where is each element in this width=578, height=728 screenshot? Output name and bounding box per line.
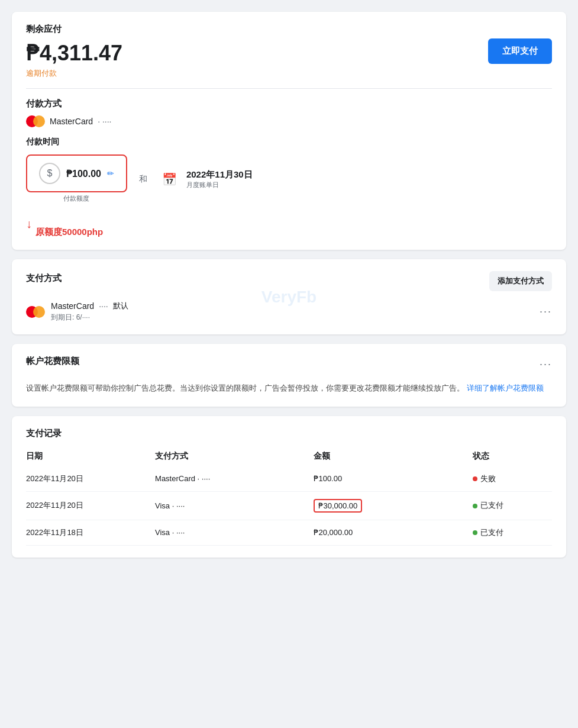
payment-methods-card: VeryFb 支付方式 添加支付方式 MasterCard ···· 默认 到期… [12, 259, 566, 334]
mastercard-icon [26, 115, 45, 127]
record-date: 2022年11月20日 [26, 466, 155, 492]
default-badge: 默认 [113, 301, 128, 311]
payment-time-label: 付款时间 [26, 137, 552, 147]
annotation-text: 原额度50000php [35, 227, 103, 238]
pay-now-button[interactable]: 立即支付 [488, 38, 552, 64]
mastercard-icon-2 [26, 306, 45, 318]
col-header-date: 日期 [26, 446, 155, 466]
payment-card-row: MasterCard ···· 默认 到期日: 6/···· ··· [26, 301, 552, 323]
record-date: 2022年11月18日 [26, 520, 155, 545]
annotation-row: ↓ 原额度50000php [26, 210, 552, 238]
remaining-due-title: 剩余应付 [26, 24, 122, 35]
payment-records-card: 支付记录 日期 支付方式 金额 状态 2022年11月20日MasterCard… [12, 416, 566, 558]
remaining-due-card: 剩余应付 ₱4,311.47 逾期付款 立即支付 付款方式 MasterCard… [12, 12, 566, 250]
spending-limit-card: 帐户花费限额 ··· 设置帐户花费限额可帮助你控制广告总花费。当达到你设置的限额… [12, 344, 566, 407]
card-masked-2: ···· [99, 301, 108, 311]
col-header-method: 支付方式 [155, 446, 314, 466]
card-name-2: MasterCard [51, 301, 94, 311]
calendar-icon: 📅 [159, 169, 180, 190]
more-options-button[interactable]: ··· [540, 305, 552, 318]
amount-sub-label: 付款额度 [63, 194, 89, 203]
table-row: 2022年11月18日Visa · ····₱20,000.00已支付 [26, 520, 552, 545]
payment-method-label: 付款方式 [26, 98, 552, 109]
arrow-icon: ↓ [26, 217, 32, 231]
payment-time-row: $ ₱100.00 ✏ 付款额度 和 📅 2022年11月30日 月度账单日 [26, 154, 552, 204]
payment-records-title: 支付记录 [26, 428, 552, 439]
table-row: 2022年11月20日Visa · ····₱30,000.00已支付 [26, 491, 552, 520]
payment-card-info: MasterCard ···· 默认 到期日: 6/···· [26, 301, 128, 323]
calendar-box: 📅 2022年11月30日 月度账单日 [159, 169, 253, 190]
spending-description: 设置帐户花费限额可帮助你控制广告总花费。当达到你设置的限额时，广告会暂停投放，你… [26, 382, 552, 395]
record-method: MasterCard · ···· [155, 466, 314, 492]
expiry-text: 到期日: 6/···· [51, 313, 128, 323]
records-table: 日期 支付方式 金额 状态 2022年11月20日MasterCard · ··… [26, 446, 552, 546]
record-method: Visa · ···· [155, 520, 314, 545]
record-status: 已支付 [473, 491, 552, 520]
payment-time-section: 付款时间 $ ₱100.00 ✏ 付款额度 和 📅 2022年11月30日 月度… [26, 137, 552, 238]
card-masked: · ···· [98, 117, 111, 126]
overdue-label: 逾期付款 [26, 68, 122, 79]
record-amount: ₱30,000.00 [314, 491, 472, 520]
add-payment-method-button[interactable]: 添加支付方式 [489, 271, 552, 291]
record-date: 2022年11月20日 [26, 491, 155, 520]
payment-amount-value: ₱100.00 [66, 168, 101, 179]
record-status: 已支付 [473, 520, 552, 545]
table-row: 2022年11月20日MasterCard · ····₱100.00失败 [26, 466, 552, 492]
record-amount: ₱20,000.00 [314, 520, 472, 545]
payment-methods-header: 支付方式 添加支付方式 [26, 271, 552, 291]
record-method: Visa · ···· [155, 491, 314, 520]
calendar-sub: 月度账单日 [186, 181, 253, 189]
payment-amount-box: $ ₱100.00 ✏ [26, 154, 127, 192]
learn-more-link[interactable]: 详细了解帐户花费限额 [467, 384, 544, 392]
card-name-label: MasterCard [50, 117, 93, 126]
payment-method-row: MasterCard · ···· [26, 115, 552, 127]
record-amount: ₱100.00 [314, 466, 472, 492]
spending-limit-header: 帐户花费限额 ··· [26, 356, 552, 373]
remaining-due-amount: ₱4,311.47 [26, 41, 122, 66]
col-header-amount: 金额 [314, 446, 472, 466]
col-header-status: 状态 [473, 446, 552, 466]
spending-limit-title: 帐户花费限额 [26, 356, 79, 367]
record-status: 失败 [473, 466, 552, 492]
spending-limit-more-button[interactable]: ··· [540, 358, 552, 371]
edit-icon[interactable]: ✏ [107, 169, 114, 178]
dollar-icon: $ [39, 163, 60, 184]
separator-text: 和 [139, 174, 147, 185]
payment-methods-title: 支付方式 [26, 273, 62, 284]
payment-card-details: MasterCard ···· 默认 到期日: 6/···· [51, 301, 128, 323]
calendar-date: 2022年11月30日 [186, 169, 253, 181]
